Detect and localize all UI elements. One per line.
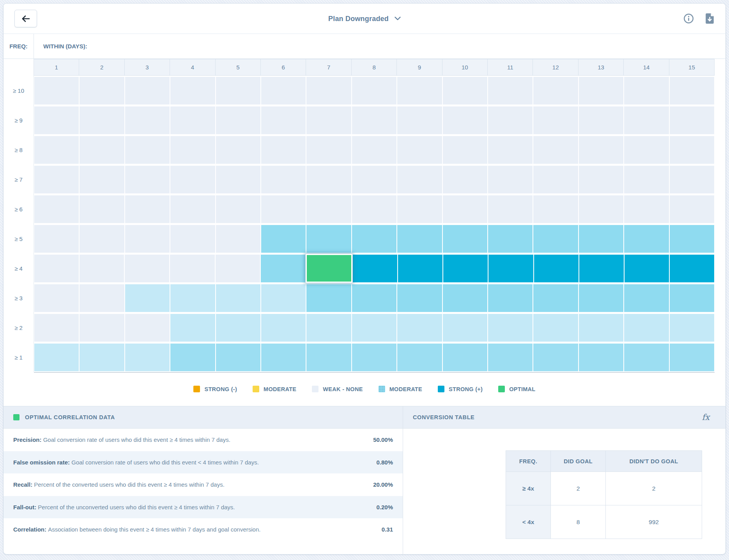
heatmap-cell[interactable] (261, 255, 305, 282)
heatmap-cell[interactable] (579, 77, 623, 105)
heatmap-cell[interactable] (125, 344, 170, 371)
heatmap-cell[interactable] (216, 255, 260, 282)
heatmap-cell[interactable] (306, 77, 351, 105)
heatmap-cell[interactable] (533, 284, 578, 312)
heatmap-cell[interactable] (533, 77, 578, 105)
heatmap-cell[interactable] (170, 106, 215, 134)
heatmap-cell[interactable] (125, 77, 170, 105)
heatmap-cell[interactable] (533, 314, 578, 342)
heatmap-cell[interactable] (34, 166, 79, 193)
heatmap-cell[interactable] (261, 314, 306, 342)
heatmap-cell[interactable] (125, 136, 170, 164)
heatmap-cell[interactable] (306, 225, 351, 253)
heatmap-cell[interactable] (579, 106, 623, 134)
heatmap-cell[interactable] (397, 106, 442, 134)
heatmap-cell[interactable] (443, 195, 487, 223)
heatmap-cell[interactable] (443, 225, 487, 253)
heatmap-cell[interactable] (443, 136, 487, 164)
heatmap-cell[interactable] (306, 314, 351, 342)
heatmap-cell[interactable] (170, 77, 215, 105)
heatmap-cell[interactable] (261, 284, 306, 312)
heatmap-cell[interactable] (533, 166, 578, 193)
heatmap-cell[interactable] (397, 77, 442, 105)
heatmap-cell[interactable] (670, 136, 714, 164)
heatmap-cell[interactable] (80, 225, 124, 253)
heatmap-cell[interactable] (261, 166, 306, 193)
heatmap-cell[interactable] (579, 225, 623, 253)
heatmap-cell[interactable] (352, 77, 396, 105)
heatmap-cell[interactable] (170, 314, 215, 342)
heatmap-cell[interactable] (670, 77, 714, 105)
heatmap-cell[interactable] (216, 225, 260, 253)
download-button[interactable] (705, 13, 715, 24)
heatmap-cell[interactable] (170, 255, 214, 282)
heatmap-cell[interactable] (216, 106, 260, 134)
heatmap-cell[interactable] (352, 195, 396, 223)
heatmap-cell[interactable] (624, 284, 669, 312)
event-selector[interactable]: Plan Downgraded (328, 14, 401, 23)
heatmap-cell[interactable] (80, 166, 124, 193)
heatmap-cell[interactable] (261, 344, 306, 371)
heatmap-cell[interactable] (170, 284, 215, 312)
heatmap-cell[interactable] (579, 314, 623, 342)
heatmap-cell[interactable] (397, 166, 442, 193)
heatmap-cell[interactable] (397, 136, 442, 164)
heatmap-cell[interactable] (170, 136, 215, 164)
heatmap-cell[interactable] (579, 284, 623, 312)
heatmap-cell[interactable] (34, 195, 79, 223)
heatmap-cell[interactable] (352, 106, 396, 134)
heatmap-cell[interactable] (488, 344, 533, 371)
heatmap-cell[interactable] (488, 77, 533, 105)
heatmap-cell[interactable] (80, 344, 124, 371)
heatmap-cell[interactable] (397, 344, 442, 371)
heatmap-cell[interactable] (80, 136, 124, 164)
heatmap-cell[interactable] (670, 284, 714, 312)
heatmap-cell[interactable] (488, 106, 533, 134)
heatmap-cell[interactable] (624, 136, 669, 164)
formula-fx-icon[interactable]: fx (702, 413, 716, 422)
heatmap-cell[interactable] (170, 225, 215, 253)
heatmap-cell[interactable] (670, 195, 714, 223)
heatmap-cell[interactable] (80, 314, 124, 342)
heatmap-cell[interactable] (125, 166, 170, 193)
heatmap-cell[interactable] (34, 225, 79, 253)
heatmap-cell[interactable] (34, 77, 79, 105)
heatmap-cell[interactable] (624, 225, 669, 253)
heatmap-cell[interactable] (80, 195, 124, 223)
heatmap-cell[interactable] (443, 106, 487, 134)
heatmap-cell-optimal[interactable] (306, 254, 352, 283)
heatmap-cell[interactable] (624, 77, 669, 105)
heatmap-cell[interactable] (352, 166, 396, 193)
heatmap-cell[interactable] (488, 195, 533, 223)
heatmap-cell[interactable] (624, 344, 669, 371)
heatmap-cell[interactable] (488, 136, 533, 164)
heatmap-cell[interactable] (34, 344, 79, 371)
heatmap-cell[interactable] (34, 136, 79, 164)
heatmap-cell[interactable] (443, 314, 487, 342)
heatmap-cell[interactable] (352, 284, 396, 312)
heatmap-cell[interactable] (352, 136, 396, 164)
heatmap-cell[interactable] (216, 314, 260, 342)
heatmap-cell[interactable] (443, 77, 487, 105)
heatmap-cell[interactable] (533, 225, 578, 253)
heatmap-cell[interactable] (125, 195, 170, 223)
heatmap-cell[interactable] (443, 255, 488, 282)
heatmap-cell[interactable] (533, 195, 578, 223)
info-button[interactable] (683, 13, 694, 24)
heatmap-cell[interactable] (353, 255, 397, 282)
heatmap-cell[interactable] (624, 166, 669, 193)
heatmap-cell[interactable] (579, 344, 623, 371)
heatmap-cell[interactable] (352, 344, 396, 371)
heatmap-cell[interactable] (624, 314, 669, 342)
heatmap-cell[interactable] (397, 225, 442, 253)
heatmap-cell[interactable] (125, 314, 170, 342)
heatmap-cell[interactable] (579, 195, 623, 223)
back-button[interactable] (14, 10, 37, 27)
heatmap-cell[interactable] (261, 225, 306, 253)
heatmap-cell[interactable] (670, 106, 714, 134)
heatmap-cell[interactable] (306, 344, 351, 371)
heatmap-cell[interactable] (261, 195, 306, 223)
heatmap-cell[interactable] (216, 344, 260, 371)
heatmap-cell[interactable] (397, 314, 442, 342)
heatmap-cell[interactable] (533, 136, 578, 164)
